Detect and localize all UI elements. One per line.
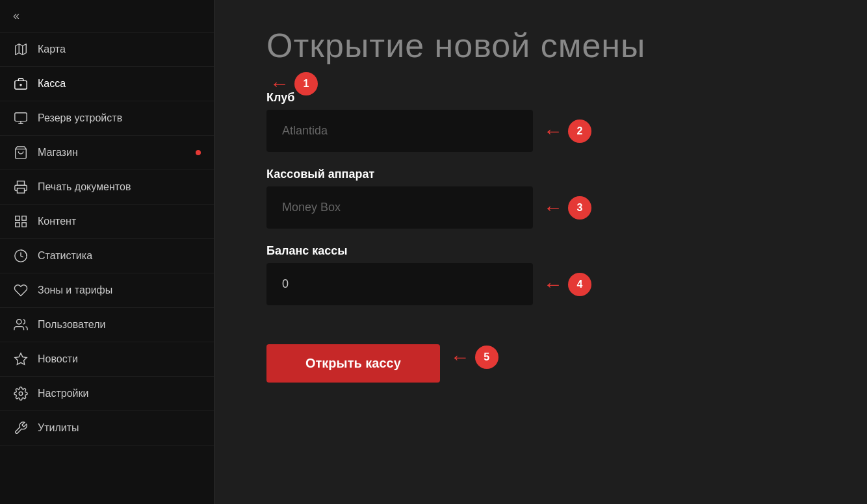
sidebar-item-utils-label: Утилиты	[38, 422, 79, 434]
sidebar-item-kassa[interactable]: Касса ← 1	[0, 67, 214, 101]
annotation-4: 4	[568, 273, 591, 296]
annotation-2: 2	[568, 120, 591, 143]
form-section: Клуб Atlantida ← 2 Кассовый аппарат Mone…	[266, 91, 591, 383]
sidebar-item-print-label: Печать документов	[38, 181, 131, 193]
shop-icon	[13, 145, 29, 160]
sidebar-item-zones-label: Зоны и тарифы	[38, 284, 112, 296]
annotation-arrow-4: ←	[543, 275, 563, 294]
annotation-arrow-2: ←	[543, 121, 563, 141]
sidebar-item-stats-label: Статистика	[38, 250, 92, 262]
sidebar-item-users-label: Пользователи	[38, 319, 105, 331]
sidebar-item-reserve-label: Резерв устройств	[38, 112, 122, 124]
sidebar: « Карта Касса ← 1 Резерв устройств Мага	[0, 0, 214, 504]
utils-icon	[13, 420, 29, 436]
sidebar-item-kassa-label: Касса	[38, 78, 66, 90]
news-icon	[13, 351, 29, 367]
map-icon	[13, 42, 29, 57]
open-kassa-button[interactable]: Открыть кассу	[266, 344, 440, 383]
sidebar-item-stats[interactable]: Статистика	[0, 239, 214, 273]
sidebar-item-users[interactable]: Пользователи	[0, 308, 214, 342]
cash-label: Кассовый аппарат	[266, 168, 591, 181]
svg-rect-5	[15, 113, 27, 121]
sidebar-item-shop[interactable]: Магазин	[0, 136, 214, 170]
sidebar-item-print[interactable]: Печать документов	[0, 170, 214, 205]
sidebar-item-utils[interactable]: Утилиты	[0, 411, 214, 446]
balance-input[interactable]	[266, 263, 533, 305]
sidebar-item-zones[interactable]: Зоны и тарифы	[0, 273, 214, 308]
print-icon	[13, 179, 29, 195]
svg-rect-9	[18, 188, 25, 193]
club-label: Клуб	[266, 91, 591, 105]
sidebar-item-shop-label: Магазин	[38, 147, 78, 158]
sidebar-item-content-label: Контент	[38, 216, 76, 227]
zones-icon	[13, 283, 29, 298]
svg-rect-12	[22, 223, 26, 227]
users-icon	[13, 317, 29, 333]
sidebar-item-map[interactable]: Карта	[0, 32, 214, 67]
main-content: Открытие новой смены Клуб Atlantida ← 2 …	[214, 0, 867, 504]
annotation-3: 3	[568, 196, 591, 220]
sidebar-item-settings[interactable]: Настройки	[0, 377, 214, 411]
svg-point-15	[17, 320, 21, 324]
stats-icon	[13, 248, 29, 264]
reserve-icon	[13, 110, 29, 126]
page-title: Открытие новой смены	[266, 26, 815, 65]
content-icon	[13, 214, 29, 229]
sidebar-item-content[interactable]: Контент	[0, 205, 214, 239]
svg-marker-16	[15, 353, 27, 364]
sidebar-item-reserve[interactable]: Резерв устройств	[0, 101, 214, 136]
sidebar-toggle[interactable]: «	[0, 0, 214, 32]
club-field-group: Клуб Atlantida ← 2	[266, 91, 591, 152]
svg-rect-11	[22, 216, 26, 220]
settings-icon	[13, 386, 29, 401]
sidebar-item-settings-label: Настройки	[38, 388, 88, 399]
annotation-5: 5	[475, 346, 498, 369]
cash-field-group: Кассовый аппарат Money Box ← 3	[266, 168, 591, 229]
shop-badge	[196, 150, 201, 155]
sidebar-item-map-label: Карта	[38, 44, 66, 55]
svg-rect-10	[16, 216, 19, 220]
cash-value: Money Box	[266, 186, 533, 229]
balance-field-group: Баланс кассы ← 4	[266, 244, 591, 305]
balance-label: Баланс кассы	[266, 244, 591, 258]
svg-rect-13	[16, 223, 19, 227]
sidebar-item-news-label: Новости	[38, 353, 78, 365]
annotation-arrow-3: ←	[543, 198, 563, 218]
svg-point-17	[19, 392, 23, 396]
kassa-icon	[13, 76, 29, 92]
collapse-icon: «	[13, 9, 19, 22]
annotation-arrow-5: ←	[450, 347, 470, 367]
club-value: Atlantida	[266, 110, 533, 152]
sidebar-item-news[interactable]: Новости	[0, 342, 214, 377]
